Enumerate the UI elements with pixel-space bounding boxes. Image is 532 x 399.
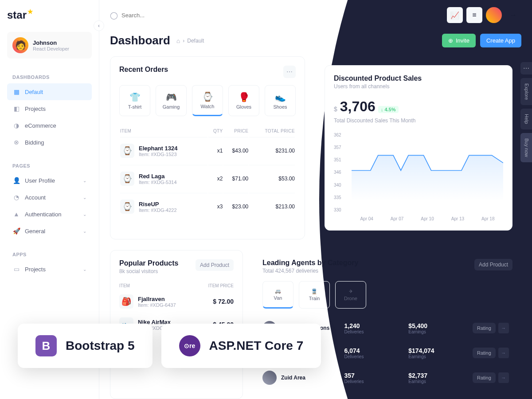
badge-label: ASP.NET Core 7 — [209, 339, 304, 353]
topbar-exit-icon[interactable]: → — [505, 7, 521, 23]
arrow-right-icon[interactable]: → — [498, 323, 509, 333]
tab-gaming[interactable]: 🎮Gaming — [156, 85, 187, 116]
x-tick: Apr 13 — [451, 216, 464, 221]
user-avatar: 🧑 — [12, 37, 28, 53]
item-sku: Item: #XDG-4222 — [139, 207, 177, 213]
item-name: Fjallraven — [138, 296, 176, 302]
search-icon: ◯ — [110, 11, 118, 20]
x-tick: Apr 18 — [481, 216, 494, 221]
sidebar-item-projects[interactable]: ◧ Projects — [7, 100, 92, 117]
bootstrap-badge: B Bootstrap 5 — [18, 324, 153, 368]
rail-buy-button[interactable]: Buy now — [520, 133, 532, 162]
agent-tab-drone[interactable]: ✈Drone — [335, 281, 366, 309]
list-item[interactable]: 🎒FjallravenItem: #XDG-6437 $ 72.00 — [119, 290, 234, 313]
sidebar-item-default[interactable]: ▦ Default — [7, 83, 92, 100]
table-row[interactable]: ⌚Red LagaItem: #XDG-5314 x2 $71.00 $53.0… — [120, 165, 295, 192]
star-icon: ★ — [27, 8, 33, 15]
rail-explore-button[interactable]: Explore — [520, 78, 532, 105]
page-header: Dashboard ⌂ › Default ⊕ Invite Create Ap… — [99, 30, 532, 56]
tab-tshirt[interactable]: 👕T-shirt — [119, 85, 150, 116]
rail-menu-button[interactable]: ⋯ — [520, 62, 532, 74]
sidebar-item-user-profile[interactable]: 👤 User Profile ⌄ — [7, 172, 92, 189]
sidebar-item-label: Default — [25, 89, 43, 95]
nav-header-dashboards: DASHBOARDS — [7, 71, 92, 83]
invite-button[interactable]: ⊕ Invite — [442, 34, 476, 47]
orders-table: ITEM QTY PRICE TOTAL PRICE ⌚Elephant 132… — [119, 125, 296, 221]
col-item: ITEM — [119, 283, 130, 288]
rating-button[interactable]: Rating — [473, 323, 496, 333]
card-title: Popular Products — [119, 259, 178, 267]
sidebar-item-general[interactable]: 🚀 General ⌄ — [7, 223, 92, 239]
stat-deliveries: 6,074 — [344, 347, 403, 354]
brand-logo[interactable]: star ★ ‹ — [7, 9, 92, 21]
rail-help-button[interactable]: Help — [520, 109, 532, 129]
user-name: Johnson — [33, 39, 69, 46]
y-tick: 330 — [334, 207, 341, 212]
add-product-button[interactable]: Add Product — [474, 259, 512, 270]
item-total: $213.00 — [249, 193, 295, 220]
agent-row[interactable]: Zuid Area 357Deliveries $2,737Earnings R… — [262, 365, 512, 390]
product-thumb: ⌚ — [120, 172, 134, 186]
agent-tab-van[interactable]: 🚐Van — [262, 281, 293, 309]
tab-label: Shoes — [273, 104, 287, 110]
sidebar-item-apps-projects[interactable]: ▭ Projects ⌄ — [7, 261, 92, 278]
card-title: Recent Orders — [119, 66, 168, 74]
table-row[interactable]: ⌚RiseUPItem: #XDG-4222 x3 $23.00 $213.00 — [120, 193, 295, 220]
item-qty: x2 — [208, 165, 223, 192]
tab-label: Drone — [344, 296, 357, 301]
item-total: $231.00 — [249, 137, 295, 164]
button-label: Invite — [456, 37, 469, 44]
sidebar-item-account[interactable]: ◔ Account ⌄ — [7, 189, 92, 206]
stat-label: Earnings — [408, 329, 467, 334]
sidebar-item-authentication[interactable]: ▲ Authentication ⌄ — [7, 206, 92, 223]
agent-tab-train[interactable]: 🚆Train — [299, 281, 330, 309]
gloves-icon: 🥊 — [239, 92, 250, 102]
col-price: PRICE — [223, 126, 248, 136]
brand-text: star — [7, 9, 27, 21]
arrow-right-icon[interactable]: → — [498, 372, 509, 383]
tab-gloves[interactable]: 🥊Gloves — [228, 85, 259, 116]
discounted-sales-card: Discounted Product Sales Users from all … — [316, 56, 521, 239]
agent-name-text: Zuid Area — [281, 375, 305, 381]
rating-button[interactable]: Rating — [473, 372, 496, 383]
add-product-button[interactable]: Add Product — [196, 259, 234, 271]
topbar-chart-icon[interactable]: 📈 — [447, 7, 463, 23]
col-price: ITEM PRICE — [208, 283, 234, 288]
train-icon: 🚆 — [311, 289, 317, 294]
rating-button[interactable]: Rating — [473, 348, 496, 358]
user-card[interactable]: 🧑 Johnson React Developer — [7, 32, 92, 59]
metric-value: 3,706 — [340, 98, 376, 115]
delta-badge: ↓ 4.5% — [378, 106, 399, 113]
aspnet-badge: ⊙re ASP.NET Core 7 — [161, 324, 321, 368]
stat-label: Earnings — [408, 379, 467, 384]
sidebar-item-ecommerce[interactable]: ◑ eCommerce — [7, 117, 92, 134]
chevron-down-icon: ⌄ — [83, 229, 86, 234]
item-name: RiseUP — [139, 201, 177, 207]
sidebar-item-bidding[interactable]: ⊗ Bidding — [7, 134, 92, 151]
sidebar-item-label: Projects — [25, 266, 46, 273]
item-qty: x3 — [208, 193, 223, 220]
card-title: Leading Agents by Category — [262, 259, 358, 267]
stat-label: Deliveries — [344, 379, 403, 384]
x-tick: Apr 07 — [391, 216, 403, 221]
table-row[interactable]: ⌚Elephant 1324Item: #XDG-1523 x1 $43.00 … — [120, 137, 295, 164]
search-input[interactable] — [121, 12, 210, 19]
line-chart-svg — [352, 133, 503, 201]
sidebar-collapse-button[interactable]: ‹ — [94, 20, 104, 31]
breadcrumb-current: Default — [187, 38, 204, 44]
sidebar-item-label: Projects — [25, 106, 46, 112]
card-menu-button[interactable]: ⋯ — [283, 66, 296, 78]
arrow-right-icon[interactable]: → — [498, 348, 509, 358]
stat-earnings: $2,737 — [408, 372, 467, 379]
topbar-toggle-icon[interactable]: ≡ — [466, 7, 482, 23]
topbar-avatar[interactable] — [486, 7, 502, 23]
create-app-button[interactable]: Create App — [480, 34, 521, 47]
tab-watch[interactable]: ⌚Watch — [192, 85, 223, 116]
col-qty: QTY — [208, 126, 223, 136]
tab-shoes[interactable]: 👟Shoes — [265, 85, 296, 116]
home-icon[interactable]: ⌂ — [176, 37, 180, 44]
nav-header-pages: PAGES — [7, 160, 92, 172]
auth-icon: ▲ — [12, 210, 20, 218]
button-label: Create App — [486, 37, 515, 44]
ecommerce-icon: ◑ — [12, 121, 20, 129]
